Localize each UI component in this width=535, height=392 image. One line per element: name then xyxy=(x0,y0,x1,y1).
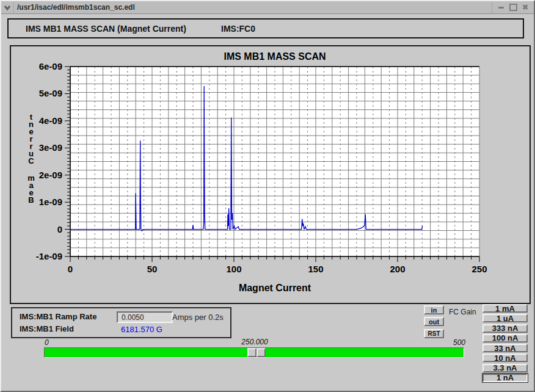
slider-min-label: 0 xyxy=(45,338,49,347)
slider-value-label: 250.000 xyxy=(209,338,300,346)
maximize-icon xyxy=(509,4,517,11)
svg-text:250: 250 xyxy=(471,264,487,274)
chart-title: IMS MB1 MASS SCAN xyxy=(70,51,479,62)
page-title: IMS MB1 MASS SCAN (Magnet Current) xyxy=(26,24,186,34)
svg-text:Magnet Current: Magnet Current xyxy=(239,283,311,293)
field-label: IMS:MB1 Field xyxy=(20,324,74,333)
device-label: IMS:FC0 xyxy=(221,24,255,34)
svg-text:-1e-09: -1e-09 xyxy=(36,251,62,261)
mass-scan-plot: 6e-095e-094e-093e-092e-091e-090-1e-09050… xyxy=(11,46,527,300)
svg-text:0: 0 xyxy=(57,224,62,234)
fc-out-button[interactable]: out xyxy=(424,317,444,326)
close-icon: ✖ xyxy=(522,4,528,11)
ramp-rate-units: Amps per 0.2s xyxy=(172,313,224,322)
gain-button-1nA[interactable]: 1 nA xyxy=(482,374,528,382)
svg-text:6e-09: 6e-09 xyxy=(39,61,62,71)
svg-text:100: 100 xyxy=(226,264,241,274)
gain-button-333nA[interactable]: 333 nA xyxy=(482,324,528,333)
svg-text:50: 50 xyxy=(147,264,158,274)
slider-max-label: 500 xyxy=(453,338,465,347)
chevron-down-icon xyxy=(4,5,11,10)
chart-panel: 6e-095e-094e-093e-092e-091e-090-1e-09050… xyxy=(10,45,531,304)
field-value: 6181.570 G xyxy=(121,325,162,334)
gain-button-1mA[interactable]: 1 mA xyxy=(482,304,528,313)
svg-text:2e-09: 2e-09 xyxy=(39,170,62,180)
header-box: IMS MB1 MASS SCAN (Magnet Current) IMS:F… xyxy=(7,18,524,38)
gain-button-100nA[interactable]: 100 nA xyxy=(482,334,528,343)
slider-handle-left xyxy=(247,348,257,357)
fc-reset-button[interactable]: RST xyxy=(424,329,444,338)
gain-button-3.3nA[interactable]: 3.3 nA xyxy=(482,364,528,372)
fc-gain-button-column: 1 mA 1 uA 333 nA 100 nA 33 nA 10 nA 3.3 … xyxy=(482,304,528,382)
close-button[interactable]: ✖ xyxy=(520,2,530,12)
ramp-rate-input[interactable] xyxy=(117,311,173,323)
slider-handle-right xyxy=(257,348,266,357)
gain-button-1uA[interactable]: 1 uA xyxy=(482,314,528,322)
edm-window: /usr1/isac/edl/imsmb1scan_sc.edl ✖ IMS M… xyxy=(0,0,535,392)
window-menu-button[interactable] xyxy=(1,2,14,13)
fc-gain-label: FC Gain xyxy=(449,308,476,316)
maximize-button[interactable] xyxy=(508,2,518,12)
svg-text:5e-09: 5e-09 xyxy=(39,88,62,98)
svg-text:4e-09: 4e-09 xyxy=(39,115,62,126)
svg-text:200: 200 xyxy=(390,264,405,274)
svg-text:0: 0 xyxy=(68,264,73,274)
gain-button-10nA[interactable]: 10 nA xyxy=(482,354,528,362)
svg-text:3e-09: 3e-09 xyxy=(39,142,62,153)
svg-text:150: 150 xyxy=(308,264,323,274)
y-axis-label: tnerruCmaeB xyxy=(26,114,37,204)
gain-button-33nA[interactable]: 33 nA xyxy=(482,344,528,352)
minimize-icon xyxy=(498,7,504,9)
minimize-button[interactable] xyxy=(496,2,506,12)
ramp-panel: IMS:MB1 Ramp Rate Amps per 0.2s IMS:MB1 … xyxy=(11,307,231,338)
fc-in-button[interactable]: in xyxy=(424,305,444,314)
magnet-current-slider-handle[interactable] xyxy=(247,348,266,357)
svg-text:1e-09: 1e-09 xyxy=(39,197,62,207)
window-title: /usr1/isac/edl/imsmb1scan_sc.edl xyxy=(14,3,492,12)
window-controls: ✖ xyxy=(492,1,534,13)
titlebar: /usr1/isac/edl/imsmb1scan_sc.edl ✖ xyxy=(1,1,534,14)
ramp-rate-label: IMS:MB1 Ramp Rate xyxy=(20,312,96,321)
